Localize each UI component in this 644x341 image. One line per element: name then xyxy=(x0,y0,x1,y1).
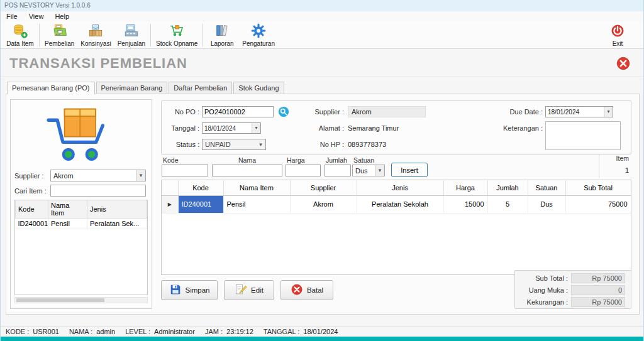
tab-pemesanan-barang-po[interactable]: Pemesanan Barang (PO) xyxy=(7,82,95,94)
due-date-value: 18/01/2024 xyxy=(548,109,579,116)
simpan-button[interactable]: Simpan xyxy=(161,280,218,300)
header-divider xyxy=(1,77,643,77)
entry-satuan-label: Satuan xyxy=(353,156,374,164)
no-hp-label: No HP : xyxy=(305,141,344,148)
item-cell-jenis[interactable]: Peralatan Sek... xyxy=(87,219,147,229)
entry-kode-label: Kode xyxy=(163,156,179,164)
supplier-label: Supplier : xyxy=(305,108,344,116)
chevron-down-icon: ▾ xyxy=(375,165,384,176)
supplier-filter-value: Akrom xyxy=(53,172,74,180)
item-col-kode[interactable]: Kode xyxy=(16,200,48,219)
page-title: TRANSAKSI PEMBELIAN xyxy=(9,55,187,72)
sales-terminal-icon xyxy=(124,23,139,40)
grid-cell-nama[interactable]: Pensil xyxy=(223,195,290,213)
item-col-jenis[interactable]: Jenis xyxy=(87,200,147,219)
toolbar-pembelian[interactable]: Pembelian xyxy=(42,22,77,48)
grid-col-jumlah[interactable]: Jumlah xyxy=(487,180,528,195)
entry-jumlah-input[interactable] xyxy=(325,165,351,176)
window-titlebar: POS NEVSTORY Versi 1.0.0.6 xyxy=(1,0,643,11)
toolbar-label: Stock Opname xyxy=(156,40,197,47)
grid-row[interactable]: ▶ ID240001 Pensil Akrom Peralatan Sekola… xyxy=(162,195,631,213)
tab-strip: Pemesanan Barang (PO) Penerimaan Barang … xyxy=(7,82,286,94)
status-tanggal-value: 18/01/2024 xyxy=(303,328,338,335)
entry-kode-input[interactable] xyxy=(162,165,208,176)
kekurangan-label: Kekurangan : xyxy=(518,298,571,306)
supplier-filter-select[interactable]: Akrom ▾ xyxy=(50,170,146,181)
no-hp-value: 0893778373 xyxy=(348,141,386,148)
grid-cell-subtotal[interactable]: 75000 xyxy=(565,195,631,213)
tab-stok-gudang[interactable]: Stok Gudang xyxy=(233,82,284,94)
search-po-button[interactable] xyxy=(277,106,290,118)
grid-cell-jenis[interactable]: Peralatan Sekolah xyxy=(357,195,443,213)
chevron-down-icon: ▾ xyxy=(252,123,260,133)
keterangan-textarea[interactable] xyxy=(545,121,621,150)
chevron-down-icon: ▾ xyxy=(136,170,145,181)
grid-cell-jumlah[interactable]: 5 xyxy=(487,195,528,213)
batal-button[interactable]: Batal xyxy=(280,280,333,300)
po-items-grid[interactable]: Kode Nama Item Supplier Jenis Harga Juml… xyxy=(161,180,631,275)
scrollbar-thumb[interactable] xyxy=(16,298,104,302)
tanggal-picker[interactable]: 18/01/2024 ▾ xyxy=(202,122,261,134)
item-col-nama[interactable]: Nama Item xyxy=(48,200,87,219)
close-page-button[interactable] xyxy=(616,56,631,71)
row-selector-arrow[interactable]: ▶ xyxy=(162,195,178,213)
grid-col-nama[interactable]: Nama Item xyxy=(223,180,290,195)
grid-cell-harga[interactable]: 15000 xyxy=(443,195,487,213)
window-bottom-accent xyxy=(1,337,643,341)
close-icon xyxy=(616,62,631,73)
no-po-label: No PO : xyxy=(165,108,199,116)
item-list-table[interactable]: Kode Nama Item Jenis ID240001 Pensil Per… xyxy=(14,200,148,295)
exit-power-icon xyxy=(610,23,625,40)
item-list-row[interactable]: ID240001 Pensil Peralatan Sek... xyxy=(16,219,147,229)
toolbar-data-item[interactable]: Data Item xyxy=(3,22,37,48)
status-nama-value: admin xyxy=(96,328,115,335)
grid-col-kode[interactable]: Kode xyxy=(178,180,223,195)
database-icon xyxy=(13,23,28,40)
gear-icon xyxy=(251,23,266,40)
menu-file[interactable]: File xyxy=(1,11,23,21)
alamat-label: Alamat : xyxy=(305,124,344,132)
entry-satuan-select[interactable]: Dus ▾ xyxy=(352,165,385,176)
no-po-input[interactable] xyxy=(202,106,274,117)
item-cell-nama[interactable]: Pensil xyxy=(48,219,87,229)
menu-help[interactable]: Help xyxy=(49,11,75,21)
grid-col-jenis[interactable]: Jenis xyxy=(357,180,443,195)
tab-daftar-pembelian[interactable]: Daftar Pembelian xyxy=(169,82,232,94)
chevron-down-icon: ▾ xyxy=(604,107,613,117)
grid-cell-supplier[interactable]: Akrom xyxy=(290,195,357,213)
grid-cell-satuan[interactable]: Dus xyxy=(528,195,565,213)
toolbar-konsinyasi[interactable]: Konsinyasi xyxy=(77,22,114,48)
toolbar-exit[interactable]: Exit xyxy=(601,22,635,48)
toolbar-laporan[interactable]: Laporan xyxy=(205,22,239,48)
toolbar-pengaturan[interactable]: Pengaturan xyxy=(239,22,278,48)
entry-nama-input[interactable] xyxy=(212,165,282,176)
item-cell-kode[interactable]: ID240001 xyxy=(16,219,48,229)
grid-cell-kode[interactable]: ID240001 xyxy=(178,195,223,213)
tab-penerimaan-barang[interactable]: Penerimaan Barang xyxy=(96,82,168,94)
entry-satuan-value: Dus xyxy=(355,167,368,175)
toolbar-penjualan[interactable]: Penjualan xyxy=(114,22,148,48)
batal-label: Batal xyxy=(307,286,323,294)
status-select[interactable]: UNPAID ▾ xyxy=(202,139,266,150)
toolbar-label: Exit xyxy=(613,40,623,47)
due-date-picker[interactable]: 18/01/2024 ▾ xyxy=(545,106,613,117)
grid-col-subtotal[interactable]: Sub Total xyxy=(565,180,631,195)
window-title: POS NEVSTORY Versi 1.0.0.6 xyxy=(4,2,91,9)
grid-col-harga[interactable]: Harga xyxy=(443,180,487,195)
grid-col-satuan[interactable]: Satuan xyxy=(528,180,565,195)
entry-harga-input[interactable] xyxy=(286,165,321,176)
toolbar-stock-opname[interactable]: Stock Opname xyxy=(153,22,201,48)
report-books-icon xyxy=(214,23,230,40)
cart-illustration xyxy=(11,100,152,168)
supplier-filter-label: Supplier : xyxy=(14,172,50,180)
insert-button[interactable]: Insert xyxy=(391,163,428,177)
totals-summary: Sub Total : Rp 75000 Uang Muka : 0 Kekur… xyxy=(514,270,631,309)
search-item-input[interactable] xyxy=(50,185,146,197)
grid-col-supplier[interactable]: Supplier xyxy=(290,180,357,195)
horizontal-scrollbar[interactable] xyxy=(14,297,148,303)
supplier-field: Akrom xyxy=(348,106,426,117)
menu-view[interactable]: View xyxy=(23,11,50,21)
edit-button[interactable]: Edit xyxy=(224,280,274,300)
entry-harga-label: Harga xyxy=(287,156,305,164)
keterangan-label: Keterangan : xyxy=(490,124,543,132)
